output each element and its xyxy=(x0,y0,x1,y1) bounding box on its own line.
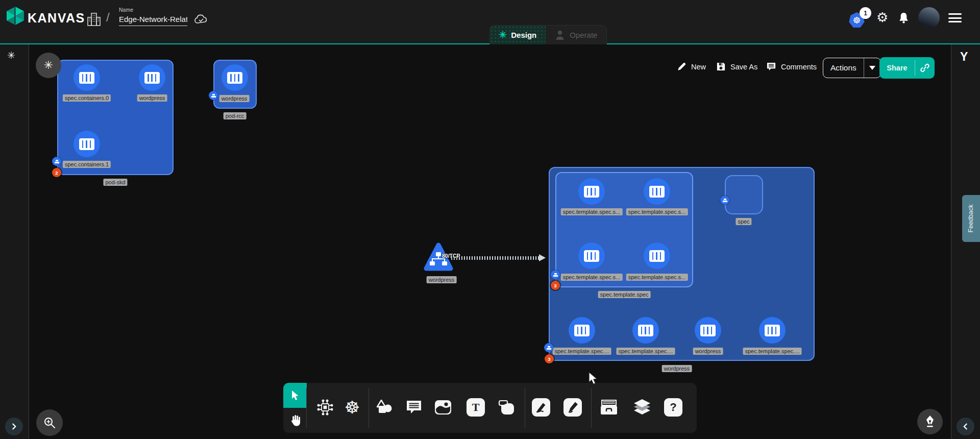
pen-tool[interactable] xyxy=(529,395,553,420)
design-name-input[interactable] xyxy=(119,14,187,26)
save-as-button[interactable]: Save As xyxy=(716,62,757,71)
node-label: spec.template.spec.s... xyxy=(626,274,688,281)
comments-button[interactable]: Comments xyxy=(766,62,817,71)
tab-design-label: Design xyxy=(511,31,536,39)
node-spec[interactable] xyxy=(725,175,763,214)
pod-badge[interactable] xyxy=(551,270,560,279)
menu-hamburger-icon[interactable] xyxy=(948,13,962,25)
container-node-template-0[interactable] xyxy=(578,178,605,205)
group-label-pod-rcc: pod-rcc xyxy=(224,112,247,119)
drawer-tool[interactable] xyxy=(597,395,621,420)
cloud-synced-icon[interactable] xyxy=(193,13,209,26)
actions-button[interactable]: Actions xyxy=(823,58,881,78)
merge-y-icon[interactable]: Y xyxy=(960,50,968,64)
design-name-label: Name xyxy=(119,7,187,13)
pod-icon xyxy=(55,160,59,163)
container-node-deploy-2[interactable] xyxy=(695,317,721,344)
kubernetes-tool[interactable]: ☸ xyxy=(340,395,364,420)
tab-operate[interactable]: Operate xyxy=(546,26,606,44)
image-tool-icon xyxy=(434,400,452,415)
container-node-template-1[interactable] xyxy=(644,178,670,205)
node-label-spec: spec xyxy=(736,218,751,225)
pencil-tool[interactable] xyxy=(560,395,585,420)
count-badge[interactable]: 3 xyxy=(545,354,554,363)
comment-tool[interactable] xyxy=(402,395,426,420)
edge-service-to-deployment[interactable] xyxy=(451,256,540,260)
node-label: spec.template.spec.s... xyxy=(626,208,688,215)
pan-tool[interactable] xyxy=(283,408,307,433)
canvas-pinwheel-button[interactable]: ✳ xyxy=(36,53,61,78)
pod-badge[interactable] xyxy=(544,343,553,352)
kanvas-app: KANVAS / Name ☸ 1 ⚙ ✳ Design Operate xyxy=(0,0,980,439)
container-node-spec-containers-0[interactable] xyxy=(74,64,100,91)
copy-link-button[interactable] xyxy=(915,63,935,73)
pod-badge[interactable] xyxy=(720,196,729,205)
container-icon xyxy=(584,250,599,262)
container-node-spec-containers-1[interactable] xyxy=(74,131,100,157)
comments-bubble-icon xyxy=(766,62,776,71)
collapse-right-panel-button[interactable] xyxy=(957,418,974,435)
container-icon xyxy=(584,186,599,198)
building-icon[interactable] xyxy=(86,11,102,28)
zoom-button[interactable] xyxy=(36,409,63,436)
text-tool-icon: T xyxy=(467,398,485,417)
component-tool[interactable] xyxy=(313,395,337,420)
notifications-bell-icon[interactable] xyxy=(897,12,910,25)
settings-gear-icon[interactable]: ⚙ xyxy=(876,10,888,26)
expand-left-panel-button[interactable] xyxy=(5,418,23,435)
new-button[interactable]: New xyxy=(677,62,706,71)
container-node-deploy-0[interactable] xyxy=(569,317,595,344)
node-label: spec.template.spec.... xyxy=(617,348,675,355)
tab-operate-label: Operate xyxy=(570,31,597,39)
image-tool[interactable] xyxy=(431,395,455,420)
text-tool[interactable]: T xyxy=(463,395,488,420)
toolbar-divider xyxy=(369,388,369,428)
container-icon xyxy=(227,72,242,84)
comment-tool-icon xyxy=(406,400,422,415)
share-button[interactable]: Share xyxy=(879,57,935,79)
count-badge[interactable]: 3 xyxy=(551,281,560,290)
container-node-deploy-3[interactable] xyxy=(759,317,786,344)
toolbar-divider xyxy=(306,388,307,428)
node-label: spec.template.spec.... xyxy=(743,348,802,355)
node-label: spec.containers.0 xyxy=(63,94,111,102)
user-avatar[interactable] xyxy=(918,7,940,29)
brand-title: KANVAS xyxy=(28,11,85,26)
drawer-icon xyxy=(600,399,618,416)
container-node-template-2[interactable] xyxy=(578,242,605,269)
container-icon xyxy=(79,138,94,150)
feedback-tab[interactable]: Feedback xyxy=(962,195,980,242)
share-button-label: Share xyxy=(879,64,915,72)
actions-dropdown-toggle[interactable] xyxy=(864,66,880,70)
node-label: spec.template.spec.s... xyxy=(561,274,623,281)
context-count-badge[interactable]: 1 xyxy=(860,7,871,19)
node-label: wordpress xyxy=(693,348,723,355)
container-node-wordpress-1[interactable] xyxy=(139,64,165,91)
count-badge[interactable]: 2 xyxy=(52,168,61,177)
group-spec-template-spec[interactable] xyxy=(555,172,693,287)
dock-pinwheel-icon[interactable]: ✳ xyxy=(7,50,15,61)
container-node-template-3[interactable] xyxy=(644,242,670,269)
help-tool[interactable]: ? xyxy=(661,395,685,420)
select-tool[interactable] xyxy=(283,383,307,408)
shapes-icon xyxy=(375,399,394,416)
pod-icon xyxy=(547,346,551,350)
container-icon xyxy=(144,72,160,84)
node-label: spec.template.spec.... xyxy=(553,348,611,355)
tab-design[interactable]: ✳ Design xyxy=(490,26,546,44)
container-node-deploy-1[interactable] xyxy=(632,317,659,344)
mouse-cursor xyxy=(588,372,599,386)
copy-link-icon xyxy=(920,63,930,73)
pod-badge[interactable] xyxy=(52,157,61,166)
pod-badge[interactable] xyxy=(209,91,218,100)
edge-arrowhead xyxy=(539,254,546,261)
container-node-wordpress-2[interactable] xyxy=(222,64,248,91)
group-label-pod-skd: pod-skd xyxy=(103,179,127,186)
note-tool[interactable] xyxy=(494,395,519,420)
shapes-tool[interactable] xyxy=(372,395,397,420)
layers-tool[interactable] xyxy=(630,395,654,420)
pen-nib-button[interactable] xyxy=(917,409,943,434)
layers-icon xyxy=(632,398,652,417)
container-icon xyxy=(649,250,665,262)
container-icon xyxy=(638,325,653,336)
